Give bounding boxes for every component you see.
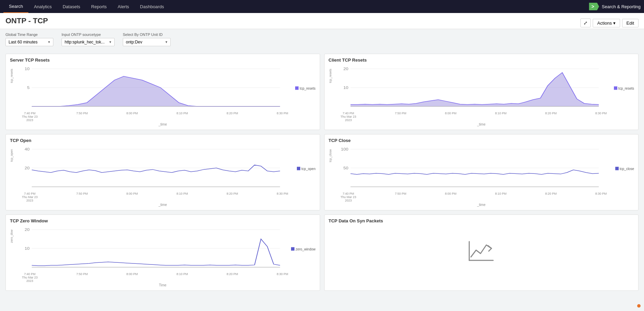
svg-text:40: 40 (25, 147, 29, 151)
svg-text:100: 100 (341, 147, 348, 151)
sourcetype-label: Input ONTP sourcetype (62, 33, 115, 37)
chart-title-client-tcp-resets: Client TCP Resets (329, 57, 634, 63)
svg-text:10: 10 (343, 86, 348, 89)
nav-analytics[interactable]: Analytics (28, 0, 57, 13)
svg-text:20: 20 (25, 166, 29, 170)
nav-dashboards[interactable]: Dashboards (134, 0, 169, 13)
top-nav: Search Analytics Datasets Reports Alerts… (0, 0, 644, 13)
time-range-label: Global Time Range (5, 33, 53, 37)
chart-panel-client-tcp-resets: Client TCP Resets tcp_resets 20 10 tcp_r… (324, 54, 639, 130)
svg-text:10: 10 (25, 67, 29, 70)
svg-text:50: 50 (343, 166, 348, 170)
time-range-filter: Global Time Range Last 60 minutes Last 1… (5, 33, 53, 46)
chart-title-server-tcp-resets: Server TCP Resets (10, 57, 316, 63)
chart-title-tcp-data-syn: TCP Data On Syn Packets (329, 218, 634, 223)
nav-datasets[interactable]: Datasets (57, 0, 86, 13)
brand: > Search & Reporting (589, 3, 641, 10)
chart-panel-tcp-close: TCP Close tcp_close 100 50 tcp_close 7:4… (324, 134, 639, 210)
page-header: ONTP - TCP ⤢ Actions ▾ Edit (0, 13, 644, 29)
nav-reports[interactable]: Reports (86, 0, 113, 13)
chart-panel-tcp-zero-window: TCP Zero Window zero_dow 20 10 zero_wind… (5, 215, 320, 291)
actions-button[interactable]: Actions ▾ (593, 19, 620, 27)
edit-button[interactable]: Edit (622, 19, 639, 27)
chart-title-tcp-zero-window: TCP Zero Window (10, 218, 316, 223)
chart-panel-tcp-data-syn: TCP Data On Syn Packets (324, 215, 639, 291)
unit-id-filter: Select By ONTP Unit ID ontp:Dev (123, 33, 171, 46)
page-title: ONTP - TCP (5, 16, 48, 29)
brand-label: Search & Reporting (602, 4, 641, 9)
brand-icon: > (589, 3, 599, 10)
sourcetype-filter: Input ONTP sourcetype http:splunk_hec_to… (62, 33, 115, 46)
expand-button[interactable]: ⤢ (580, 18, 591, 27)
svg-text:20: 20 (25, 228, 29, 231)
sourcetype-select-wrapper: http:splunk_hec_tok... (62, 38, 115, 46)
filter-bar: Global Time Range Last 60 minutes Last 1… (0, 29, 644, 50)
svg-text:5: 5 (27, 86, 29, 89)
unit-id-label: Select By ONTP Unit ID (123, 33, 171, 37)
sourcetype-select[interactable]: http:splunk_hec_tok... (62, 38, 115, 46)
nav-search[interactable]: Search (3, 0, 28, 13)
svg-text:20: 20 (343, 67, 348, 70)
chart-title-tcp-close: TCP Close (329, 138, 634, 143)
svg-text:10: 10 (25, 247, 29, 250)
unit-id-select[interactable]: ontp:Dev (123, 38, 171, 46)
header-actions: ⤢ Actions ▾ Edit (580, 16, 639, 27)
chart-panel-tcp-open: TCP Open tcp_open 40 20 tcp_open 7:40 PM… (5, 134, 320, 210)
unit-id-select-wrapper: ontp:Dev (123, 38, 171, 46)
dashboard-grid: Server TCP Resets tcp_resets 10 5 tcp_re… (0, 50, 644, 295)
nav-alerts[interactable]: Alerts (112, 0, 134, 13)
time-range-select[interactable]: Last 60 minutes Last 15 minutes Last 24 … (5, 38, 53, 46)
chart-panel-server-tcp-resets: Server TCP Resets tcp_resets 10 5 tcp_re… (5, 54, 320, 130)
chart-title-tcp-open: TCP Open (10, 138, 316, 143)
time-range-select-wrapper: Last 60 minutes Last 15 minutes Last 24 … (5, 38, 53, 46)
